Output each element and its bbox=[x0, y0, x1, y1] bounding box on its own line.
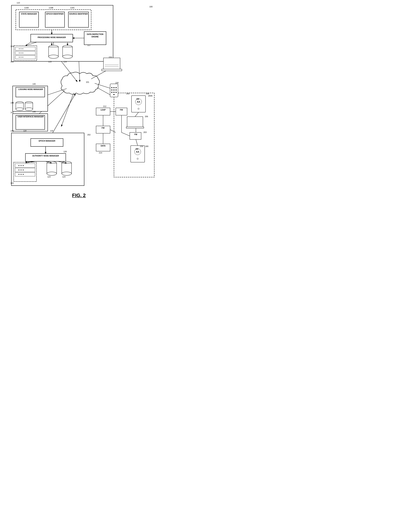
svg-point-118 bbox=[115, 92, 117, 93]
svg-point-18 bbox=[21, 53, 21, 53]
arrows-svg: AA AA bbox=[0, 0, 158, 202]
svg-rect-45 bbox=[16, 103, 23, 109]
svg-line-33 bbox=[25, 42, 31, 46]
ref-123: 123 bbox=[47, 176, 50, 178]
svg-point-23 bbox=[48, 45, 58, 49]
ref-214: 214 bbox=[99, 152, 102, 154]
svg-rect-74 bbox=[62, 163, 72, 174]
svg-point-75 bbox=[62, 172, 72, 175]
svg-rect-58 bbox=[15, 164, 35, 168]
svg-rect-71 bbox=[47, 163, 57, 174]
figure-caption: FIG. 2 bbox=[72, 193, 86, 198]
ref-180a: 180A bbox=[148, 95, 152, 97]
svg-rect-10 bbox=[14, 46, 37, 60]
svg-point-64 bbox=[19, 170, 19, 171]
ref-117: 117 bbox=[87, 44, 90, 46]
svg-point-68 bbox=[21, 174, 22, 175]
ref-216: 216 bbox=[140, 145, 143, 147]
svg-point-46 bbox=[16, 108, 23, 111]
ref-203: 203 bbox=[143, 131, 147, 133]
svg-rect-109 bbox=[110, 84, 118, 97]
ref-140: 140 bbox=[32, 83, 36, 85]
svg-rect-59 bbox=[15, 168, 35, 172]
svg-point-61 bbox=[19, 165, 19, 166]
svg-line-35 bbox=[79, 61, 80, 82]
svg-point-65 bbox=[21, 170, 22, 171]
user-interface-manager-label: USER INTERFACE MANAGER bbox=[17, 115, 45, 118]
ref-124: 124 bbox=[62, 176, 66, 178]
svg-line-32 bbox=[25, 42, 37, 46]
svg-point-113 bbox=[111, 89, 112, 91]
ref-130: 130 bbox=[32, 111, 36, 113]
svg-point-62 bbox=[21, 165, 22, 166]
svg-point-21 bbox=[21, 57, 21, 57]
state-manager-label: STATE MANAGER bbox=[20, 13, 38, 15]
svg-line-37 bbox=[37, 90, 65, 116]
svg-text:AA: AA bbox=[136, 151, 139, 153]
svg-point-70 bbox=[47, 161, 57, 165]
processing-node-manager-label: PROCESSING NODE MANAGER bbox=[31, 36, 72, 38]
svg-point-63 bbox=[23, 165, 24, 166]
svg-point-84 bbox=[138, 108, 139, 109]
svg-line-94 bbox=[136, 139, 138, 146]
svg-line-120 bbox=[53, 94, 75, 133]
svg-point-119 bbox=[113, 94, 114, 95]
svg-point-91 bbox=[137, 158, 138, 160]
svg-point-114 bbox=[113, 89, 114, 91]
svg-line-34 bbox=[61, 61, 77, 82]
ldap-label: LDAP bbox=[97, 109, 109, 111]
ref-112: 112 bbox=[10, 61, 14, 63]
source-identifier-label: SOURCE IDENTIFIER bbox=[69, 13, 88, 15]
svg-line-76 bbox=[25, 161, 35, 162]
svg-line-78 bbox=[58, 161, 67, 163]
svg-point-67 bbox=[19, 174, 19, 175]
svg-line-40 bbox=[95, 83, 114, 89]
svg-text:AA: AA bbox=[137, 101, 140, 103]
svg-rect-27 bbox=[63, 47, 72, 57]
svg-rect-85 bbox=[127, 117, 143, 127]
svg-point-22 bbox=[22, 57, 23, 57]
svg-rect-13 bbox=[15, 56, 35, 59]
svg-point-28 bbox=[63, 55, 72, 58]
ref-132: 132 bbox=[10, 130, 14, 132]
ref-118: 118 bbox=[10, 45, 14, 47]
svg-rect-24 bbox=[48, 47, 58, 57]
ref-116c: 116C bbox=[70, 7, 75, 9]
svg-point-49 bbox=[25, 108, 33, 111]
ref-220: 220 bbox=[109, 56, 112, 58]
svg-rect-57 bbox=[14, 162, 37, 181]
ref-120: 120 bbox=[23, 130, 27, 132]
data-inspection-engine-label: DATA INSPECTION ENGINE bbox=[85, 33, 105, 38]
fw-top-label: FW bbox=[116, 109, 126, 111]
data-label: DATA bbox=[97, 145, 109, 147]
ref-128: 128 bbox=[64, 151, 67, 152]
svg-line-104 bbox=[122, 133, 130, 136]
svg-line-39 bbox=[91, 69, 109, 79]
svg-point-19 bbox=[22, 53, 23, 53]
svg-point-72 bbox=[47, 172, 57, 175]
ref-116a: 116A bbox=[24, 7, 29, 9]
svg-line-92 bbox=[135, 112, 139, 117]
svg-point-117 bbox=[113, 92, 114, 93]
svg-line-77 bbox=[46, 161, 52, 163]
svg-point-17 bbox=[19, 53, 20, 53]
svg-rect-12 bbox=[15, 51, 35, 55]
svg-point-111 bbox=[113, 87, 114, 88]
svg-point-47 bbox=[25, 102, 33, 104]
svg-point-20 bbox=[19, 57, 20, 57]
svg-point-15 bbox=[21, 48, 21, 49]
svg-point-112 bbox=[115, 87, 117, 88]
label-180: AA bbox=[135, 148, 138, 150]
svg-rect-105 bbox=[104, 58, 120, 69]
epoch-identifier-label: EPOCH IDENTIFIER bbox=[46, 13, 64, 15]
svg-point-115 bbox=[115, 89, 117, 91]
svg-rect-48 bbox=[25, 103, 33, 109]
ref-142: 142 bbox=[10, 111, 14, 114]
ref-206: 206 bbox=[145, 115, 148, 117]
svg-line-38 bbox=[61, 93, 74, 126]
ref-101: 101 bbox=[86, 81, 89, 83]
ref-212: 212 bbox=[103, 105, 106, 107]
ref-148: 148 bbox=[10, 102, 14, 104]
svg-line-79 bbox=[25, 161, 35, 163]
ref-200: 200 bbox=[126, 93, 129, 95]
